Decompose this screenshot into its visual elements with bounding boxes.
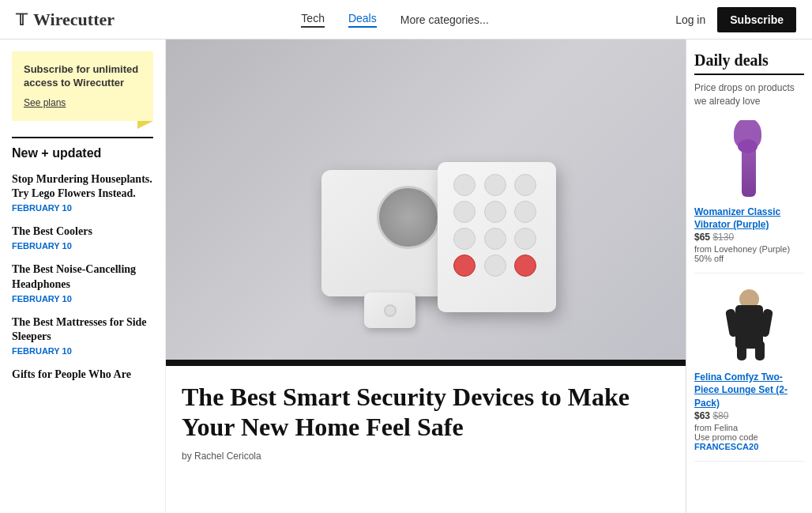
keypad-btn: [453, 228, 476, 250]
login-button[interactable]: Log in: [675, 13, 705, 26]
deal-2-from: from Felina: [694, 423, 804, 432]
logo-text: Wirecutter: [33, 9, 115, 30]
deal-2-price-current: $63: [694, 410, 710, 421]
deal-2-price-original: $80: [712, 410, 728, 421]
ring-speaker: [377, 186, 440, 249]
sidebar-article-5-title[interactable]: Gifts for People Who Are: [12, 368, 131, 380]
deal-1-discount: 50% off: [694, 254, 804, 263]
ring-keypad: [438, 162, 556, 312]
deal-2-name[interactable]: Felina Comfyz Two-Piece Lounge Set (2-Pa…: [694, 372, 788, 409]
main-nav: Tech Deals More categories...: [301, 12, 488, 28]
main-container: Subscribe for unlimited access to Wirecu…: [0, 40, 812, 513]
deal-1-price: $65 $130: [694, 232, 804, 243]
ring-keypad-grid: [453, 174, 540, 277]
hero-caption-bar: [166, 360, 686, 366]
site-logo[interactable]: 𝕋 Wirecutter: [16, 9, 115, 30]
header-actions: Log in Subscribe: [675, 7, 796, 32]
hero-image: [166, 40, 686, 360]
hero-title[interactable]: The Best Smart Security Devices to Make …: [182, 382, 670, 443]
subscribe-promo-title: Subscribe for unlimited access to Wirecu…: [24, 63, 141, 90]
keypad-btn: [484, 228, 506, 250]
deal-1-price-current: $65: [694, 232, 710, 243]
felina-leg-left: [737, 341, 746, 360]
keypad-btn: [453, 201, 476, 223]
keypad-btn: [484, 201, 506, 223]
keypad-btn-red: [514, 255, 536, 277]
list-item: Stop Murdering Houseplants. Try Lego Flo…: [12, 172, 153, 213]
sidebar-article-3-date: February 10: [12, 294, 153, 304]
new-updated-heading: New + updated: [12, 137, 153, 160]
keypad-btn: [484, 174, 506, 196]
deals-subtitle: Price drops on products we already love: [694, 81, 804, 108]
site-header: 𝕋 Wirecutter Tech Deals More categories.…: [0, 0, 812, 40]
sidebar-article-4-date: February 10: [12, 346, 153, 356]
sidebar-article-4-title[interactable]: The Best Mattresses for Side Sleepers: [12, 316, 147, 342]
sidebar-article-1-date: February 10: [12, 203, 153, 213]
deal-2-promo: Use promo code: [694, 432, 804, 442]
deal-1-from: from Lovehoney (Purple): [694, 244, 804, 254]
main-content: The Best Smart Security Devices to Make …: [166, 40, 686, 513]
deals-sidebar: Daily deals Price drops on products we a…: [686, 40, 812, 513]
keypad-btn: [514, 201, 536, 223]
keypad-btn: [514, 228, 536, 250]
felina-illustration: [727, 289, 771, 360]
deal-item-2: Felina Comfyz Two-Piece Lounge Set (2-Pa…: [694, 285, 804, 462]
list-item: The Best Noise-Cancelling Headphones Feb…: [12, 262, 153, 303]
keypad-btn: [514, 174, 536, 196]
list-item: The Best Coolers February 10: [12, 224, 153, 251]
deal-2-promo-code: FRANCESCA20: [694, 442, 804, 451]
sidebar-article-2-date: February 10: [12, 241, 153, 251]
list-item: Gifts for People Who Are: [12, 368, 153, 382]
ring-sensor: [364, 292, 415, 328]
ring-sensor-dot: [384, 304, 397, 317]
deal-1-image: [694, 120, 804, 199]
nyt-icon: 𝕋: [16, 10, 27, 29]
deal-2-image: [694, 285, 804, 364]
subscribe-promo-box: Subscribe for unlimited access to Wirecu…: [12, 51, 153, 121]
deals-title: Daily deals: [694, 40, 804, 75]
keypad-btn-red: [453, 255, 476, 277]
felina-leg-right: [755, 341, 765, 360]
deal-2-price: $63 $80: [694, 410, 804, 421]
hero-text-area: The Best Smart Security Devices to Make …: [166, 366, 686, 470]
see-plans-link[interactable]: See plans: [24, 97, 66, 108]
nav-deals[interactable]: Deals: [348, 12, 377, 28]
keypad-btn: [453, 174, 476, 196]
subscribe-button[interactable]: Subscribe: [717, 7, 796, 32]
nav-more-categories[interactable]: More categories...: [400, 13, 489, 26]
hero-illustration: [166, 40, 686, 360]
deal-1-price-original: $130: [712, 232, 734, 243]
left-sidebar: Subscribe for unlimited access to Wirecu…: [0, 40, 166, 513]
hero-author: by Rachel Cericola: [182, 451, 670, 462]
sidebar-article-1-title[interactable]: Stop Murdering Houseplants. Try Lego Flo…: [12, 173, 152, 199]
list-item: The Best Mattresses for Side Sleepers Fe…: [12, 315, 153, 356]
sidebar-article-3-title[interactable]: The Best Noise-Cancelling Headphones: [12, 263, 136, 289]
sidebar-article-2-title[interactable]: The Best Coolers: [12, 225, 92, 237]
deal-item-1: Womanizer Classic Vibrator (Purple) $65 …: [694, 120, 804, 273]
nav-tech[interactable]: Tech: [301, 12, 325, 28]
deal-1-name[interactable]: Womanizer Classic Vibrator (Purple): [694, 206, 780, 231]
keypad-btn: [484, 255, 506, 277]
